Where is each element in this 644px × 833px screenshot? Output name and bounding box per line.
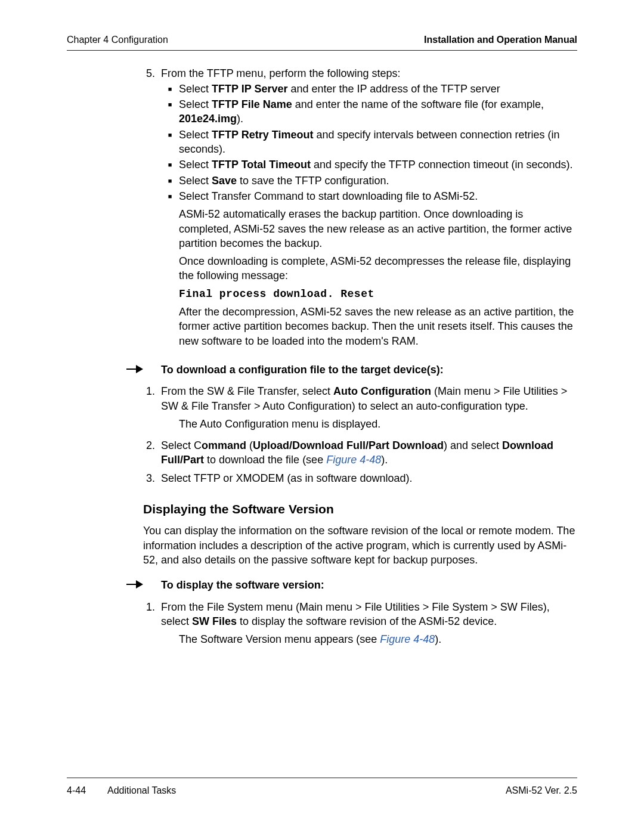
bullet-text: Select TFTP IP Server and enter the IP a…: [179, 82, 577, 96]
bullet-text: Select Save to save the TFTP configurati…: [179, 174, 577, 188]
header-manual-title: Installation and Operation Manual: [424, 33, 577, 47]
console-output: Final process download. Reset: [179, 287, 577, 301]
step-number: 3.: [143, 471, 161, 485]
svg-marker-1: [136, 365, 143, 373]
step-body: Select TFTP or XMODEM (as in software do…: [161, 471, 577, 485]
footer-left: 4-44 Additional Tasks: [67, 784, 176, 797]
arrow-icon: [67, 363, 161, 378]
result-text: The Auto Configuration menu is displayed…: [179, 417, 577, 431]
bullet-icon: ■: [161, 97, 179, 126]
paragraph: After the decompression, ASMi-52 saves t…: [179, 305, 577, 348]
paragraph: Once downloading is complete, ASMi-52 de…: [179, 254, 577, 283]
section-heading: Displaying the Software Version: [143, 501, 577, 518]
footer-section: Additional Tasks: [107, 784, 176, 797]
bullet-item: ■ Select TFTP Retry Timeout and specify …: [161, 128, 577, 157]
bullet-text: Select TFTP Retry Timeout and specify in…: [179, 128, 577, 157]
bullet-text: Select Transfer Command to start downloa…: [179, 189, 577, 203]
body-content: 5. From the TFTP menu, perform the follo…: [67, 66, 577, 651]
step-1: 1. From the SW & File Transfer, select A…: [143, 384, 577, 435]
step-body: From the TFTP menu, perform the followin…: [161, 66, 577, 352]
svg-marker-3: [136, 580, 143, 589]
step-number: 1.: [143, 384, 161, 435]
bullet-icon: ■: [161, 189, 179, 203]
bullet-item: ■ Select Transfer Command to start downl…: [161, 189, 577, 203]
bullet-icon: ■: [161, 174, 179, 188]
step-number: 2.: [143, 438, 161, 467]
bullet-text: Select TFTP File Name and enter the name…: [179, 97, 577, 126]
step-5: 5. From the TFTP menu, perform the follo…: [143, 66, 577, 352]
arrow-icon: [67, 578, 161, 593]
procedure-title: To display the software version:: [161, 578, 577, 593]
bullet-text: Select TFTP Total Timeout and specify th…: [179, 157, 577, 172]
step-body: Select Command (Upload/Download Full/Par…: [161, 438, 577, 467]
step-lead: From the TFTP menu, perform the followin…: [161, 66, 577, 80]
step-body: From the SW & File Transfer, select Auto…: [161, 384, 577, 435]
paragraph: You can display the information on the s…: [143, 524, 577, 567]
page-footer: 4-44 Additional Tasks ASMi-52 Ver. 2.5: [67, 778, 577, 797]
step-1: 1. From the File System menu (Main menu …: [143, 600, 577, 651]
procedure-title: To download a configuration file to the …: [161, 363, 577, 378]
figure-link[interactable]: Figure 4-48: [326, 454, 381, 466]
step-number: 5.: [143, 66, 161, 352]
step-3: 3. Select TFTP or XMODEM (as in software…: [143, 471, 577, 485]
procedure-heading: To download a configuration file to the …: [67, 363, 577, 378]
step-2: 2. Select Command (Upload/Download Full/…: [143, 438, 577, 467]
header-chapter: Chapter 4 Configuration: [67, 33, 168, 47]
footer-version: ASMi-52 Ver. 2.5: [506, 784, 577, 797]
paragraph: ASMi-52 automatically erases the backup …: [179, 207, 577, 250]
page-number: 4-44: [67, 784, 86, 797]
bullet-icon: ■: [161, 157, 179, 172]
step-number: 1.: [143, 600, 161, 651]
page: Chapter 4 Configuration Installation and…: [0, 0, 644, 833]
procedure-heading: To display the software version:: [67, 578, 577, 593]
step-body: From the File System menu (Main menu > F…: [161, 600, 577, 651]
result-text: The Software Version menu appears (see F…: [179, 632, 577, 646]
bullet-icon: ■: [161, 82, 179, 96]
figure-link[interactable]: Figure 4-48: [380, 633, 435, 645]
page-header: Chapter 4 Configuration Installation and…: [67, 33, 577, 51]
bullet-item: ■ Select TFTP File Name and enter the na…: [161, 97, 577, 126]
bullet-item: ■ Select Save to save the TFTP configura…: [161, 174, 577, 188]
bullet-item: ■ Select TFTP IP Server and enter the IP…: [161, 82, 577, 96]
bullet-icon: ■: [161, 128, 179, 157]
bullet-item: ■ Select TFTP Total Timeout and specify …: [161, 157, 577, 172]
